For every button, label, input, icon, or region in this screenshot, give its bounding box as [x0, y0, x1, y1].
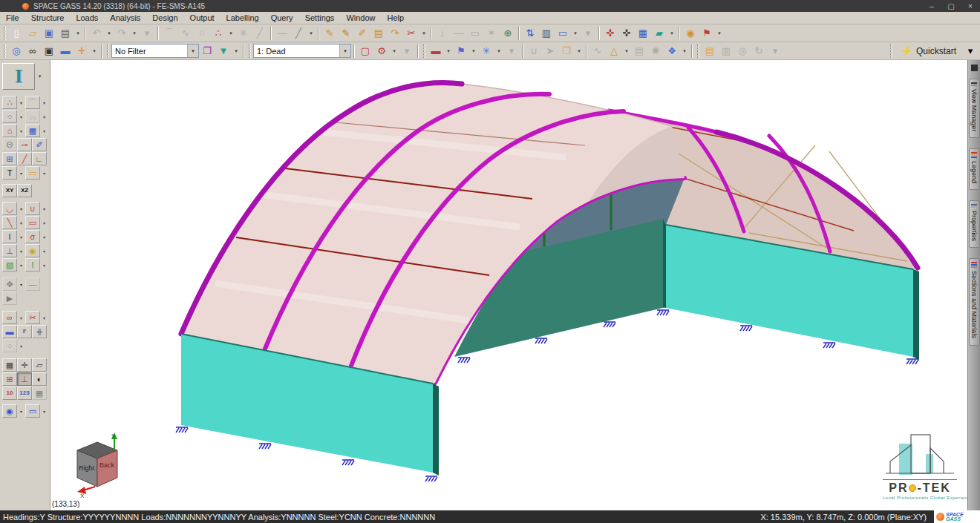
draw-burst-button[interactable]: ✳: [235, 26, 252, 41]
measure-button[interactable]: ▬: [57, 44, 74, 59]
moment-diagram-button[interactable]: ∪: [25, 202, 40, 215]
show-grid-button[interactable]: ▦: [2, 358, 17, 372]
contour-plot-button-dropdown[interactable]: ▾: [17, 258, 25, 272]
history-options-button[interactable]: ▾: [139, 26, 155, 41]
apply-properties-button-dropdown[interactable]: ▾: [667, 26, 676, 41]
drag-node-button[interactable]: ✐: [354, 26, 370, 41]
member-fixity-button[interactable]: ⊸: [17, 138, 32, 151]
orientation-cube[interactable]: Right Back Y X: [77, 432, 117, 499]
add-note-button[interactable]: ▤: [702, 44, 718, 59]
quickstart-options-button[interactable]: ▾: [962, 44, 979, 59]
open-file-button[interactable]: ▱: [24, 26, 41, 41]
menu-analysis[interactable]: Analysis: [104, 13, 146, 23]
node-grid-button-dropdown[interactable]: ▾: [17, 110, 25, 123]
stress-display-button-dropdown[interactable]: ▾: [17, 230, 25, 243]
shear-diagram-button[interactable]: ╲: [2, 216, 17, 229]
print-button[interactable]: ▤: [57, 26, 74, 41]
menu-settings[interactable]: Settings: [299, 13, 341, 23]
member-colours-button[interactable]: I: [25, 258, 40, 272]
flag-nodes-button[interactable]: ⚑: [699, 26, 715, 41]
analyse-button-dropdown[interactable]: ▾: [680, 44, 689, 59]
member-colours-button-dropdown[interactable]: ▾: [40, 258, 48, 272]
area-select-button[interactable]: ▦: [32, 387, 47, 400]
copy-tool-button[interactable]: ⌓: [25, 110, 40, 123]
move-model-button[interactable]: ▭: [555, 26, 571, 41]
move-options-button[interactable]: ▾: [580, 26, 596, 41]
machines-button[interactable]: ⚙: [373, 44, 390, 59]
renumber-nodes-button[interactable]: ⇅: [522, 26, 538, 41]
draw-line-button[interactable]: ╱: [252, 26, 268, 41]
split-members-button[interactable]: ✂: [25, 311, 40, 324]
menu-output[interactable]: Output: [184, 13, 220, 23]
edit-members-button[interactable]: ✎: [338, 26, 354, 41]
move-model-button-dropdown[interactable]: ▾: [571, 26, 580, 41]
stress-sigma-button[interactable]: σ: [25, 230, 40, 243]
cut-members-button[interactable]: ✂: [403, 26, 419, 41]
redo-button[interactable]: ↷: [114, 26, 130, 41]
filter-layers-button[interactable]: ❐: [199, 44, 215, 59]
menu-structure[interactable]: Structure: [25, 13, 71, 23]
panel-pin-icon[interactable]: [971, 65, 978, 71]
angle-tool-button[interactable]: ∟: [32, 152, 47, 165]
text-tool-button-dropdown[interactable]: ▾: [17, 166, 25, 180]
stress-display-button[interactable]: I: [2, 230, 17, 243]
thermal-loads-button-dropdown[interactable]: ▾: [494, 44, 503, 59]
measure-line-button[interactable]: —: [25, 277, 40, 291]
machine-options-button[interactable]: ▾: [399, 44, 415, 59]
link-members-button[interactable]: ∞: [2, 311, 17, 324]
bending-moment-button[interactable]: ◡: [2, 202, 17, 215]
shrink-view-button[interactable]: ↕: [434, 26, 451, 41]
node-merge-button[interactable]: ⊞: [2, 152, 17, 165]
plate-tool-button[interactable]: ▭: [467, 26, 483, 41]
member-loads-button[interactable]: ▬: [428, 44, 444, 59]
redo-button-dropdown[interactable]: ▾: [130, 26, 139, 41]
plane-xy-button[interactable]: XY: [2, 184, 17, 197]
menu-help[interactable]: Help: [382, 13, 411, 23]
invert-background-button[interactable]: ◐: [32, 372, 47, 386]
structure-wizard-button-dropdown[interactable]: ▾: [17, 124, 25, 137]
move-viewpoint-button[interactable]: ✛: [74, 44, 90, 59]
node-grid-button[interactable]: ⁘: [2, 110, 17, 123]
menu-design[interactable]: Design: [146, 13, 183, 23]
split-members-button-dropdown[interactable]: ▾: [40, 311, 48, 324]
dimension-tool-button[interactable]: ▭: [25, 166, 40, 180]
pin-view-button[interactable]: ◉: [2, 404, 17, 418]
load-case-select-dropdown[interactable]: ▾: [339, 45, 350, 57]
menu-labelling[interactable]: Labelling: [220, 13, 265, 23]
paste-view-button[interactable]: ▥: [718, 44, 734, 59]
axial-diagram-button[interactable]: ▭: [25, 216, 40, 229]
tab-sections-materials[interactable]: Sections and Materials: [969, 258, 980, 345]
multi-select-button-dropdown[interactable]: ▾: [17, 339, 25, 352]
menu-loads[interactable]: Loads: [70, 13, 104, 23]
tab-legend[interactable]: Legend: [969, 148, 980, 190]
load-options-button[interactable]: ▾: [503, 44, 520, 59]
perspective-button[interactable]: ▱: [32, 358, 47, 372]
draw-member-button-dropdown[interactable]: ▾: [307, 26, 316, 41]
save-file-button[interactable]: ▣: [41, 26, 57, 41]
print-button-dropdown[interactable]: ▾: [74, 26, 82, 41]
nodes-tool-button-dropdown[interactable]: ▾: [17, 96, 25, 109]
grid-panel-button[interactable]: ▦: [25, 124, 40, 137]
member-loads-button-dropdown[interactable]: ▾: [444, 44, 453, 59]
history-view-button[interactable]: ↻: [751, 44, 767, 59]
contour-plot-button[interactable]: ▧: [2, 258, 17, 272]
grab-tool-button-dropdown[interactable]: ▾: [17, 277, 25, 291]
filter-funnel-button[interactable]: ▼: [215, 44, 232, 59]
quickstart-button[interactable]: ⚡Quickstart: [895, 44, 962, 59]
zoom-window-button[interactable]: ▭: [25, 404, 40, 418]
filter-select[interactable]: No Filter▾: [111, 44, 199, 58]
shadow-view-button[interactable]: ▤: [631, 44, 647, 59]
render-view-button-dropdown[interactable]: ▾: [622, 44, 631, 59]
flag-nodes-button-dropdown[interactable]: ▾: [715, 26, 724, 41]
explode-button[interactable]: ✶: [483, 26, 500, 41]
stop-analysis-button[interactable]: ▢: [357, 44, 373, 59]
cut-members-button-dropdown[interactable]: ▾: [419, 26, 428, 41]
apply-properties-button[interactable]: ▰: [651, 26, 667, 41]
zoom-all-button[interactable]: ✛: [17, 358, 32, 372]
analyse-button[interactable]: ❖: [664, 44, 680, 59]
property-picker-button[interactable]: ✐: [32, 138, 47, 151]
move-viewpoint-button-dropdown[interactable]: ▾: [90, 44, 99, 59]
member-offsets-button[interactable]: I': [17, 325, 32, 338]
light-view-button[interactable]: ✺: [647, 44, 664, 59]
menu-file[interactable]: File: [0, 13, 25, 23]
